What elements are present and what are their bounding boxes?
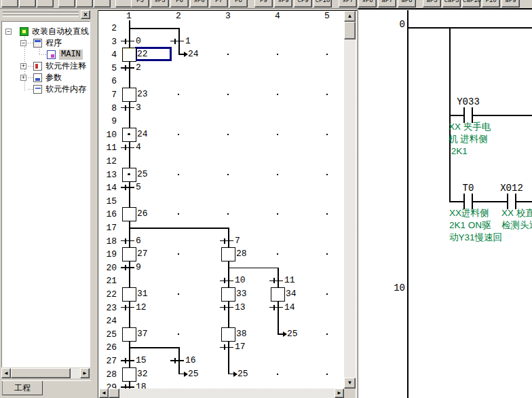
sfc-transition-4[interactable] <box>121 147 134 149</box>
sfc-step-24[interactable] <box>122 128 136 142</box>
toolbar-button-F5[interactable]: F5 <box>131 0 149 7</box>
toolbar-button-F8[interactable]: F8 <box>229 0 248 7</box>
toolbar-button-F9[interactable]: F9 <box>254 0 273 7</box>
sfc-transition-5[interactable] <box>121 187 134 188</box>
sfc-grid-dot <box>326 293 328 295</box>
sfc-vscroll-up-button[interactable]: ▲ <box>344 11 356 22</box>
toolbar-button-aF8[interactable]: aF8 <box>398 0 416 7</box>
sfc-step-22[interactable] <box>122 48 136 62</box>
expand-icon[interactable]: + <box>20 63 26 69</box>
sfc-transition-label-11: 11 <box>284 275 295 285</box>
tree-item-parameter[interactable]: 参数 <box>45 73 62 83</box>
sfc-transition-17[interactable] <box>220 347 233 348</box>
sfc-step-28[interactable] <box>221 247 235 261</box>
toolbar-button-2[interactable] <box>37 0 54 7</box>
sfc-hscroll-right-button[interactable]: ► <box>335 388 344 398</box>
toolbar-button-cF9[interactable]: cF9 <box>294 0 312 7</box>
sfc-vscroll-track[interactable] <box>344 11 356 388</box>
sfc-vscroll-down-button[interactable]: ▼ <box>344 378 356 388</box>
toolbar-button-caF10[interactable]: caF10 <box>462 0 480 7</box>
sfc-row-number-22: 22 <box>98 289 117 300</box>
sfc-transition-15[interactable] <box>121 360 134 361</box>
parameter-icon-detail <box>35 78 40 81</box>
tree-item-main[interactable]: MAIN <box>59 50 83 60</box>
toolbar-button-4[interactable] <box>76 0 93 7</box>
sfc-step-25[interactable] <box>122 168 136 182</box>
toolbar-button-aF9[interactable]: aF9 <box>501 0 520 7</box>
toolbar-button-0[interactable] <box>1 0 18 7</box>
tree-item-device-memory[interactable]: 软元件内存 <box>45 84 86 94</box>
sfc-transition-tick <box>125 238 126 244</box>
sfc-step-34[interactable] <box>271 287 285 302</box>
sfc-step-38[interactable] <box>221 327 235 342</box>
sfc-hscroll-left-button[interactable]: ◄ <box>99 388 109 398</box>
sfc-step-23[interactable] <box>122 88 136 102</box>
collapse-icon[interactable]: − <box>5 29 12 35</box>
sfc-transition-12[interactable] <box>121 307 134 308</box>
sfc-transition-1[interactable] <box>170 41 184 42</box>
sfc-transition-6[interactable] <box>121 240 134 242</box>
sfc-transition-13[interactable] <box>220 307 233 308</box>
sfc-vscroll-thumb[interactable] <box>344 22 356 39</box>
toolbar-button-3[interactable] <box>58 0 75 7</box>
ladder-rung-line <box>473 115 532 116</box>
sfc-hscroll-thumb[interactable] <box>109 388 119 398</box>
palette-grip[interactable] <box>3 14 79 17</box>
tree-item-project-root[interactable]: 改装自动校直线 <box>32 26 89 37</box>
toolbar-button-sF6[interactable]: sF6 <box>190 0 208 7</box>
toolbar-button-5[interactable] <box>94 0 111 7</box>
sfc-step-33[interactable] <box>221 287 235 302</box>
sfc-jump-target-25: 25 <box>287 329 298 339</box>
sfc-transition-2[interactable] <box>121 67 134 69</box>
toolbar-button-F10[interactable]: F10 <box>482 0 500 7</box>
sfc-transition-16[interactable] <box>170 360 184 361</box>
sfc-row-number-12: 12 <box>98 156 117 166</box>
sfc-step-32[interactable] <box>122 367 136 382</box>
tree-guide <box>28 77 33 78</box>
toolbar-button-cF10[interactable]: cF10 <box>314 0 332 7</box>
toolbar-button-sF9[interactable]: sF9 <box>274 0 292 7</box>
tree-item-program[interactable]: 程序 <box>45 38 62 48</box>
toolbar-button-aF5[interactable]: aF5 <box>423 0 441 7</box>
sfc-transition-18[interactable] <box>121 386 134 388</box>
toolbar-button-F6[interactable]: F6 <box>170 0 189 7</box>
sfc-step-31[interactable] <box>122 287 136 302</box>
ladder-comment-line: XX进料侧 <box>449 207 502 219</box>
ladder-device-label-X012: X012 <box>490 183 532 194</box>
sfc-transition-label-13: 13 <box>235 302 246 312</box>
toolbar-button-sF7[interactable]: sF7 <box>339 0 357 7</box>
toolbar-button-sF5[interactable]: sF5 <box>151 0 169 7</box>
sfc-transition-9[interactable] <box>121 267 134 268</box>
sfc-transition-3[interactable] <box>121 107 134 109</box>
toolbar-button-F7[interactable]: F7 <box>210 0 228 7</box>
sfc-row-number-7: 7 <box>98 90 117 100</box>
toolbar: F5sF5F6sF6F7F8F9sF9cF9cF10sF7sF8aF7aF8aF… <box>0 0 532 8</box>
sfc-step-37[interactable] <box>122 327 136 342</box>
sfc-transition-label-14: 14 <box>284 302 295 312</box>
sfc-grid-dot <box>178 253 179 255</box>
tree-hscroll-left-button[interactable]: ◄ <box>1 368 11 378</box>
sfc-transition-7[interactable] <box>220 240 233 242</box>
sfc-transition-10[interactable] <box>220 281 233 282</box>
toolbar-button-sF8[interactable]: sF8 <box>358 0 377 7</box>
tab-project[interactable]: 工程 <box>2 381 43 395</box>
collapse-icon[interactable]: − <box>20 40 26 46</box>
sfc-transition-tick <box>224 278 225 283</box>
tree-hscroll-thumb[interactable] <box>11 368 71 378</box>
tree-hscroll-right-button[interactable]: ► <box>80 368 90 378</box>
sfc-grid-dot <box>326 54 328 55</box>
sfc-hscroll-track[interactable] <box>99 388 344 398</box>
tree-item-device-comment[interactable]: 软元件注释 <box>45 61 86 71</box>
toolbar-button-1[interactable] <box>19 0 36 7</box>
sfc-transition-11[interactable] <box>269 281 283 282</box>
sfc-transition-tick <box>273 278 275 283</box>
toolbar-button-caF5[interactable]: caF5 <box>442 0 461 7</box>
sfc-transition-14[interactable] <box>269 307 283 308</box>
sfc-transition-0[interactable] <box>121 41 134 42</box>
expand-icon[interactable]: + <box>20 75 26 81</box>
sfc-step-27[interactable] <box>122 247 136 261</box>
sfc-step-26[interactable] <box>122 207 136 221</box>
close-icon[interactable]: × <box>81 10 90 19</box>
toolbar-button-6[interactable] <box>115 0 132 7</box>
toolbar-button-aF7[interactable]: aF7 <box>378 0 396 7</box>
